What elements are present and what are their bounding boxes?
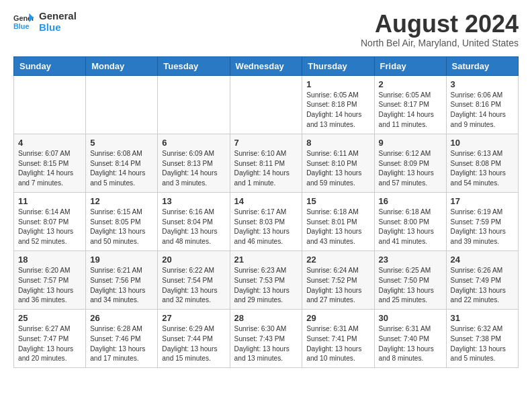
day-number: 25 bbox=[18, 313, 81, 323]
day-number: 28 bbox=[234, 313, 298, 323]
calendar-cell: 7Sunrise: 6:10 AM Sunset: 8:11 PM Daylig… bbox=[230, 134, 302, 192]
day-number: 15 bbox=[306, 196, 369, 206]
day-info: Sunrise: 6:18 AM Sunset: 8:01 PM Dayligh… bbox=[306, 208, 369, 247]
day-number: 12 bbox=[90, 196, 153, 206]
day-info: Sunrise: 6:21 AM Sunset: 7:56 PM Dayligh… bbox=[90, 266, 153, 306]
day-info: Sunrise: 6:11 AM Sunset: 8:10 PM Dayligh… bbox=[306, 149, 369, 189]
calendar-cell: 4Sunrise: 6:07 AM Sunset: 8:15 PM Daylig… bbox=[14, 134, 86, 192]
day-info: Sunrise: 6:29 AM Sunset: 7:44 PM Dayligh… bbox=[162, 324, 225, 364]
calendar-cell: 8Sunrise: 6:11 AM Sunset: 8:10 PM Daylig… bbox=[302, 134, 374, 192]
calendar-cell: 3Sunrise: 6:06 AM Sunset: 8:16 PM Daylig… bbox=[446, 75, 518, 134]
calendar-cell: 29Sunrise: 6:31 AM Sunset: 7:41 PM Dayli… bbox=[302, 310, 374, 368]
calendar-cell: 17Sunrise: 6:19 AM Sunset: 7:59 PM Dayli… bbox=[446, 192, 518, 250]
day-info: Sunrise: 6:07 AM Sunset: 8:15 PM Dayligh… bbox=[18, 149, 81, 189]
day-info: Sunrise: 6:27 AM Sunset: 7:47 PM Dayligh… bbox=[18, 324, 81, 364]
day-number: 24 bbox=[451, 255, 514, 265]
calendar-cell: 20Sunrise: 6:22 AM Sunset: 7:54 PM Dayli… bbox=[158, 250, 230, 309]
day-info: Sunrise: 6:10 AM Sunset: 8:11 PM Dayligh… bbox=[234, 149, 298, 189]
calendar-cell: 10Sunrise: 6:13 AM Sunset: 8:08 PM Dayli… bbox=[446, 134, 518, 192]
logo-icon: General Blue bbox=[13, 12, 34, 32]
weekday-header-tuesday: Tuesday bbox=[158, 56, 230, 75]
calendar-body: 1Sunrise: 6:05 AM Sunset: 8:18 PM Daylig… bbox=[14, 75, 519, 368]
calendar-cell: 27Sunrise: 6:29 AM Sunset: 7:44 PM Dayli… bbox=[158, 310, 230, 368]
calendar-cell: 26Sunrise: 6:28 AM Sunset: 7:46 PM Dayli… bbox=[86, 310, 158, 368]
day-info: Sunrise: 6:23 AM Sunset: 7:53 PM Dayligh… bbox=[234, 266, 298, 306]
page-subtitle: North Bel Air, Maryland, United States bbox=[361, 38, 519, 48]
day-info: Sunrise: 6:05 AM Sunset: 8:17 PM Dayligh… bbox=[379, 91, 442, 130]
weekday-header-sunday: Sunday bbox=[14, 56, 86, 75]
calendar-cell: 28Sunrise: 6:30 AM Sunset: 7:43 PM Dayli… bbox=[230, 310, 302, 368]
calendar-cell: 6Sunrise: 6:09 AM Sunset: 8:13 PM Daylig… bbox=[158, 134, 230, 192]
calendar-cell bbox=[158, 75, 230, 134]
day-info: Sunrise: 6:13 AM Sunset: 8:08 PM Dayligh… bbox=[451, 149, 514, 189]
day-info: Sunrise: 6:06 AM Sunset: 8:16 PM Dayligh… bbox=[451, 91, 514, 130]
calendar-header-row: SundayMondayTuesdayWednesdayThursdayFrid… bbox=[14, 56, 519, 75]
day-number: 9 bbox=[379, 138, 442, 148]
calendar-cell: 11Sunrise: 6:14 AM Sunset: 8:07 PM Dayli… bbox=[14, 192, 86, 250]
day-number: 18 bbox=[18, 255, 81, 265]
day-info: Sunrise: 6:08 AM Sunset: 8:14 PM Dayligh… bbox=[90, 149, 153, 189]
day-number: 8 bbox=[306, 138, 369, 148]
day-number: 4 bbox=[18, 138, 81, 148]
logo-blue: Blue bbox=[39, 22, 77, 34]
svg-text:Blue: Blue bbox=[13, 22, 29, 30]
day-number: 20 bbox=[162, 255, 225, 265]
day-info: Sunrise: 6:32 AM Sunset: 7:38 PM Dayligh… bbox=[451, 324, 514, 364]
calendar-cell: 13Sunrise: 6:16 AM Sunset: 8:04 PM Dayli… bbox=[158, 192, 230, 250]
calendar-cell: 25Sunrise: 6:27 AM Sunset: 7:47 PM Dayli… bbox=[14, 310, 86, 368]
calendar-cell: 9Sunrise: 6:12 AM Sunset: 8:09 PM Daylig… bbox=[374, 134, 446, 192]
calendar-cell bbox=[14, 75, 86, 134]
day-info: Sunrise: 6:22 AM Sunset: 7:54 PM Dayligh… bbox=[162, 266, 225, 306]
day-number: 10 bbox=[451, 138, 514, 148]
day-info: Sunrise: 6:17 AM Sunset: 8:03 PM Dayligh… bbox=[234, 208, 298, 247]
day-info: Sunrise: 6:05 AM Sunset: 8:18 PM Dayligh… bbox=[306, 91, 369, 130]
day-info: Sunrise: 6:18 AM Sunset: 8:00 PM Dayligh… bbox=[379, 208, 442, 247]
day-info: Sunrise: 6:30 AM Sunset: 7:43 PM Dayligh… bbox=[234, 324, 298, 364]
calendar-cell: 23Sunrise: 6:25 AM Sunset: 7:50 PM Dayli… bbox=[374, 250, 446, 309]
day-number: 29 bbox=[306, 313, 369, 323]
day-number: 30 bbox=[379, 313, 442, 323]
calendar-cell bbox=[230, 75, 302, 134]
day-number: 17 bbox=[451, 196, 514, 206]
calendar-cell: 24Sunrise: 6:26 AM Sunset: 7:49 PM Dayli… bbox=[446, 250, 518, 309]
weekday-header-monday: Monday bbox=[86, 56, 158, 75]
page-header: General Blue General Blue August 2024 No… bbox=[13, 11, 519, 48]
calendar-cell: 14Sunrise: 6:17 AM Sunset: 8:03 PM Dayli… bbox=[230, 192, 302, 250]
calendar-week-4: 18Sunrise: 6:20 AM Sunset: 7:57 PM Dayli… bbox=[14, 250, 519, 309]
weekday-header-friday: Friday bbox=[374, 56, 446, 75]
logo: General Blue General Blue bbox=[13, 11, 77, 33]
calendar-cell: 21Sunrise: 6:23 AM Sunset: 7:53 PM Dayli… bbox=[230, 250, 302, 309]
calendar-cell: 30Sunrise: 6:31 AM Sunset: 7:40 PM Dayli… bbox=[374, 310, 446, 368]
day-info: Sunrise: 6:19 AM Sunset: 7:59 PM Dayligh… bbox=[451, 208, 514, 247]
day-number: 22 bbox=[306, 255, 369, 265]
weekday-header-saturday: Saturday bbox=[446, 56, 518, 75]
title-section: August 2024 North Bel Air, Maryland, Uni… bbox=[361, 11, 519, 48]
logo-general: General bbox=[39, 11, 77, 22]
day-number: 21 bbox=[234, 255, 298, 265]
calendar-cell bbox=[86, 75, 158, 134]
calendar-cell: 16Sunrise: 6:18 AM Sunset: 8:00 PM Dayli… bbox=[374, 192, 446, 250]
day-number: 23 bbox=[379, 255, 442, 265]
day-number: 6 bbox=[162, 138, 225, 148]
day-number: 26 bbox=[90, 313, 153, 323]
calendar-week-2: 4Sunrise: 6:07 AM Sunset: 8:15 PM Daylig… bbox=[14, 134, 519, 192]
calendar-cell: 31Sunrise: 6:32 AM Sunset: 7:38 PM Dayli… bbox=[446, 310, 518, 368]
calendar-cell: 19Sunrise: 6:21 AM Sunset: 7:56 PM Dayli… bbox=[86, 250, 158, 309]
weekday-header-wednesday: Wednesday bbox=[230, 56, 302, 75]
day-info: Sunrise: 6:09 AM Sunset: 8:13 PM Dayligh… bbox=[162, 149, 225, 189]
day-info: Sunrise: 6:25 AM Sunset: 7:50 PM Dayligh… bbox=[379, 266, 442, 306]
weekday-header-thursday: Thursday bbox=[302, 56, 374, 75]
day-info: Sunrise: 6:31 AM Sunset: 7:41 PM Dayligh… bbox=[306, 324, 369, 364]
day-number: 7 bbox=[234, 138, 298, 148]
calendar-table: SundayMondayTuesdayWednesdayThursdayFrid… bbox=[13, 56, 519, 369]
day-number: 11 bbox=[18, 196, 81, 206]
day-number: 27 bbox=[162, 313, 225, 323]
day-info: Sunrise: 6:31 AM Sunset: 7:40 PM Dayligh… bbox=[379, 324, 442, 364]
calendar-cell: 2Sunrise: 6:05 AM Sunset: 8:17 PM Daylig… bbox=[374, 75, 446, 134]
calendar-week-5: 25Sunrise: 6:27 AM Sunset: 7:47 PM Dayli… bbox=[14, 310, 519, 368]
calendar-cell: 12Sunrise: 6:15 AM Sunset: 8:05 PM Dayli… bbox=[86, 192, 158, 250]
calendar-cell: 5Sunrise: 6:08 AM Sunset: 8:14 PM Daylig… bbox=[86, 134, 158, 192]
day-info: Sunrise: 6:14 AM Sunset: 8:07 PM Dayligh… bbox=[18, 208, 81, 247]
day-info: Sunrise: 6:28 AM Sunset: 7:46 PM Dayligh… bbox=[90, 324, 153, 364]
calendar-cell: 15Sunrise: 6:18 AM Sunset: 8:01 PM Dayli… bbox=[302, 192, 374, 250]
